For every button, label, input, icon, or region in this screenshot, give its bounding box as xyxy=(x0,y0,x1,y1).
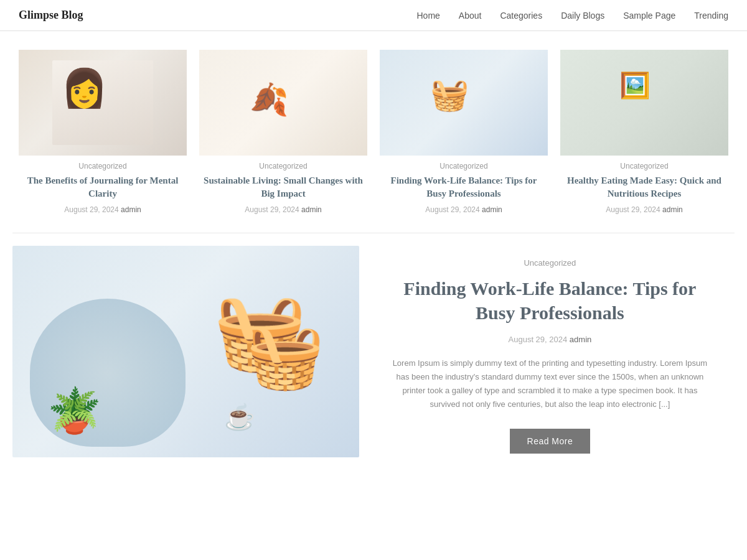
card-category-3: Uncategorized xyxy=(439,162,487,170)
card-journaling: Uncategorized The Benefits of Journaling… xyxy=(12,44,193,220)
card-author-2: admin xyxy=(301,205,322,214)
card-meta-3: August 29, 2024 admin xyxy=(425,205,502,214)
nav-item-about[interactable]: About xyxy=(459,11,482,21)
plant-icon: 🪴 xyxy=(47,385,101,436)
top-cards-grid: Uncategorized The Benefits of Journaling… xyxy=(12,44,735,220)
site-title: Glimpse Blog xyxy=(19,9,83,22)
card-category-1: Uncategorized xyxy=(78,162,126,170)
featured-title: Finding Work-Life Balance: Tips for Busy… xyxy=(390,276,710,325)
basket-icon: 🧺 xyxy=(214,288,307,376)
featured-section: 🪴 🧺 ☕ Uncategorized Finding Work-Life Ba… xyxy=(12,246,735,466)
featured-author: admin xyxy=(570,335,591,344)
card-date-3: August 29, 2024 xyxy=(425,205,479,214)
card-meta-4: August 29, 2024 admin xyxy=(606,205,682,214)
section-divider xyxy=(12,233,735,233)
card-author-1: admin xyxy=(121,205,141,214)
nav-item-home[interactable]: Home xyxy=(417,11,440,21)
header: Glimpse Blog Home About Categories Daily… xyxy=(0,0,747,31)
card-image-placeholder-4 xyxy=(560,50,728,156)
card-image-sustainable xyxy=(199,50,367,156)
card-image-placeholder-1 xyxy=(19,50,187,156)
card-author-3: admin xyxy=(482,205,502,214)
card-healthy: Uncategorized Healthy Eating Made Easy: … xyxy=(554,44,735,220)
featured-content: Uncategorized Finding Work-Life Balance:… xyxy=(359,246,735,466)
card-image-placeholder-2 xyxy=(199,50,367,156)
card-meta-2: August 29, 2024 admin xyxy=(245,205,321,214)
card-worklife: Uncategorized Finding Work-Life Balance:… xyxy=(374,44,554,220)
card-category-2: Uncategorized xyxy=(259,162,307,170)
main-nav: Home About Categories Daily Blogs Sample… xyxy=(417,11,729,21)
nav-item-categories[interactable]: Categories xyxy=(500,11,542,21)
card-author-4: admin xyxy=(662,205,683,214)
featured-excerpt: Lorem Ipsum is simply dummy text of the … xyxy=(390,357,710,411)
read-more-button[interactable]: Read More xyxy=(510,429,591,454)
card-image-placeholder-3 xyxy=(380,50,548,156)
card-title-2[interactable]: Sustainable Living: Small Changes with B… xyxy=(199,174,367,200)
card-image-journaling xyxy=(19,50,187,156)
card-category-4: Uncategorized xyxy=(620,162,668,170)
featured-category: Uncategorized xyxy=(524,258,576,268)
featured-image-box: 🪴 🧺 ☕ xyxy=(12,246,359,457)
card-meta-1: August 29, 2024 admin xyxy=(64,205,141,214)
card-date-1: August 29, 2024 xyxy=(64,205,118,214)
featured-image-container: 🪴 🧺 ☕ xyxy=(12,246,359,457)
card-date-4: August 29, 2024 xyxy=(606,205,660,214)
nav-item-daily-blogs[interactable]: Daily Blogs xyxy=(561,11,604,21)
card-image-worklife xyxy=(380,50,548,156)
card-title-4[interactable]: Healthy Eating Made Easy: Quick and Nutr… xyxy=(560,174,728,200)
featured-meta: August 29, 2024 admin xyxy=(509,335,592,344)
card-title-1[interactable]: The Benefits of Journaling for Mental Cl… xyxy=(19,174,187,200)
nav-item-trending[interactable]: Trending xyxy=(694,11,728,21)
cup-icon: ☕ xyxy=(224,403,255,432)
card-title-3[interactable]: Finding Work-Life Balance: Tips for Busy… xyxy=(380,174,548,200)
nav-item-sample-page[interactable]: Sample Page xyxy=(623,11,675,21)
card-date-2: August 29, 2024 xyxy=(245,205,299,214)
card-sustainable: Uncategorized Sustainable Living: Small … xyxy=(193,44,374,220)
featured-date: August 29, 2024 xyxy=(509,335,568,344)
card-image-healthy xyxy=(560,50,728,156)
